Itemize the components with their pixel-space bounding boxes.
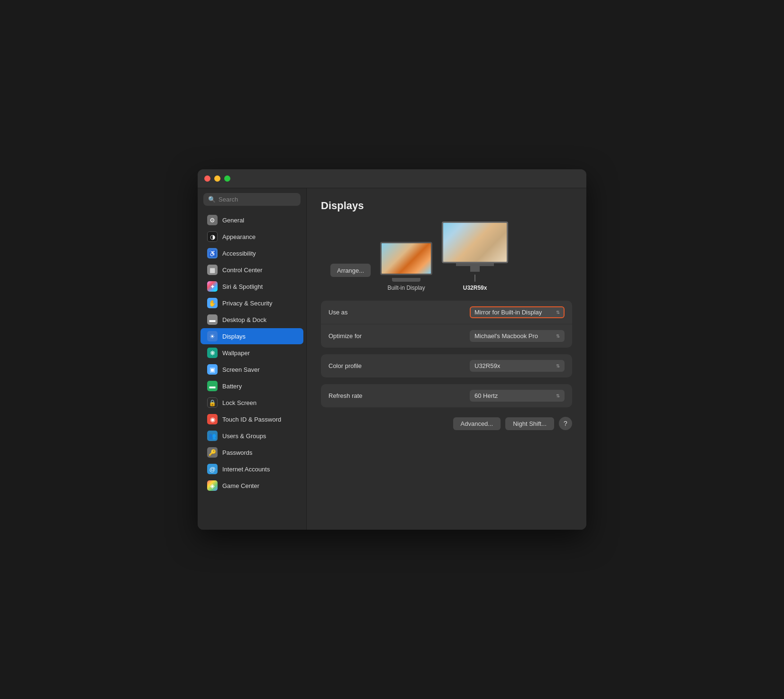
game-center-icon: ◈ [207, 480, 218, 491]
use-as-label: Use as [328, 309, 347, 316]
sidebar-item-label-touch-id: Touch ID & Password [222, 416, 281, 423]
color-profile-chevron: ⇅ [556, 363, 560, 368]
color-profile-control: U32R59x ⇅ [470, 360, 565, 372]
refresh-rate-value: 60 Hertz [474, 392, 498, 399]
use-as-control: Mirror for Built-in Display ⇅ [470, 306, 565, 318]
sidebar-item-label-passwords: Passwords [222, 449, 253, 456]
sidebar-item-displays[interactable]: ☀Displays [201, 328, 303, 344]
system-preferences-window: 🔍 ⚙General◑Appearance♿Accessibility▦Cont… [198, 169, 586, 530]
optimize-for-dropdown[interactable]: Michael's Macbook Pro ⇅ [470, 330, 565, 342]
sidebar-item-label-users-groups: Users & Groups [222, 432, 266, 440]
sidebar-item-label-displays: Displays [222, 333, 246, 340]
sidebar: 🔍 ⚙General◑Appearance♿Accessibility▦Cont… [198, 188, 307, 530]
sidebar-item-label-accessibility: Accessibility [222, 250, 256, 257]
close-button[interactable] [204, 175, 210, 182]
arrange-button[interactable]: Arrange... [330, 264, 371, 277]
sidebar-item-touch-id[interactable]: ◉Touch ID & Password [201, 411, 303, 427]
refresh-rate-chevron: ⇅ [556, 393, 560, 398]
sidebar-item-label-control-center: Control Center [222, 267, 263, 274]
use-as-dropdown[interactable]: Mirror for Built-in Display ⇅ [470, 306, 565, 318]
control-center-icon: ▦ [207, 265, 218, 275]
sidebar-item-label-general: General [222, 217, 244, 224]
touch-id-icon: ◉ [207, 414, 218, 424]
external-display-item: U32R59x [442, 221, 508, 291]
siri-spotlight-icon: ✦ [207, 281, 218, 292]
lock-screen-icon: 🔒 [207, 397, 218, 408]
sidebar-item-label-battery: Battery [222, 383, 242, 390]
refresh-rate-dropdown[interactable]: 60 Hertz ⇅ [470, 390, 565, 402]
privacy-security-icon: ✋ [207, 298, 218, 308]
sidebar-item-desktop-dock[interactable]: ▬Desktop & Dock [201, 312, 303, 328]
builtin-display-item: Built-in Display [380, 242, 432, 291]
optimize-for-chevron: ⇅ [556, 333, 560, 339]
appearance-icon: ◑ [207, 231, 218, 242]
color-profile-label: Color profile [328, 362, 362, 369]
color-profile-section: Color profile U32R59x ⇅ [321, 354, 572, 377]
general-icon: ⚙ [207, 215, 218, 225]
optimize-for-row: Optimize for Michael's Macbook Pro ⇅ [321, 324, 572, 348]
use-as-section: Use as Mirror for Built-in Display ⇅ Opt… [321, 301, 572, 348]
use-as-chevron: ⇅ [556, 310, 560, 315]
refresh-rate-section: Refresh rate 60 Hertz ⇅ [321, 384, 572, 407]
sidebar-item-passwords[interactable]: 🔑Passwords [201, 444, 303, 460]
sidebar-item-label-privacy-security: Privacy & Security [222, 300, 272, 307]
screen-saver-icon: ▣ [207, 364, 218, 375]
page-title: Displays [321, 200, 572, 212]
sidebar-item-label-screen-saver: Screen Saver [222, 366, 260, 373]
help-button[interactable]: ? [559, 417, 572, 430]
sidebar-list: ⚙General◑Appearance♿Accessibility▦Contro… [198, 212, 306, 494]
battery-icon: ▬ [207, 381, 218, 391]
sidebar-item-battery[interactable]: ▬Battery [201, 378, 303, 394]
bottom-buttons: Advanced... Night Shift... ? [321, 417, 572, 430]
search-bar[interactable]: 🔍 [203, 193, 301, 206]
sidebar-item-label-desktop-dock: Desktop & Dock [222, 316, 266, 323]
displays-icon: ☀ [207, 331, 218, 341]
use-as-value: Mirror for Built-in Display [474, 309, 542, 316]
users-groups-icon: 👥 [207, 431, 218, 441]
external-display-screen [442, 221, 508, 263]
search-icon: 🔍 [208, 196, 216, 203]
sidebar-item-label-game-center: Game Center [222, 482, 259, 489]
accessibility-icon: ♿ [207, 248, 218, 258]
external-display-stand [470, 266, 480, 272]
advanced-button[interactable]: Advanced... [453, 417, 501, 430]
optimize-for-label: Optimize for [328, 332, 362, 340]
sidebar-item-label-lock-screen: Lock Screen [222, 399, 256, 406]
builtin-display-screen [380, 242, 432, 275]
sidebar-item-label-appearance: Appearance [222, 233, 255, 240]
sidebar-item-internet-accounts[interactable]: @Internet Accounts [201, 461, 303, 477]
sidebar-item-screen-saver[interactable]: ▣Screen Saver [201, 361, 303, 377]
wallpaper-icon: ❋ [207, 348, 218, 358]
builtin-display-label: Built-in Display [387, 285, 425, 291]
refresh-rate-control: 60 Hertz ⇅ [470, 390, 565, 402]
sidebar-item-appearance[interactable]: ◑Appearance [201, 229, 303, 245]
sidebar-item-accessibility[interactable]: ♿Accessibility [201, 245, 303, 261]
sidebar-item-lock-screen[interactable]: 🔒Lock Screen [201, 395, 303, 411]
search-input[interactable] [219, 196, 296, 203]
refresh-rate-row: Refresh rate 60 Hertz ⇅ [321, 384, 572, 407]
main-content: Displays Arrange... Built-in Display [307, 188, 586, 530]
passwords-icon: 🔑 [207, 447, 218, 458]
minimize-button[interactable] [214, 175, 220, 182]
maximize-button[interactable] [224, 175, 230, 182]
displays-preview: Arrange... Built-in Display U32R59x [321, 221, 572, 291]
refresh-rate-label: Refresh rate [328, 392, 363, 399]
night-shift-button[interactable]: Night Shift... [505, 417, 554, 430]
external-display-preview [442, 221, 508, 272]
color-profile-dropdown[interactable]: U32R59x ⇅ [470, 360, 565, 372]
optimize-for-control: Michael's Macbook Pro ⇅ [470, 330, 565, 342]
sidebar-item-label-internet-accounts: Internet Accounts [222, 466, 270, 473]
sidebar-item-general[interactable]: ⚙General [201, 212, 303, 228]
sidebar-item-users-groups[interactable]: 👥Users & Groups [201, 428, 303, 444]
sidebar-item-control-center[interactable]: ▦Control Center [201, 262, 303, 278]
external-display-label: U32R59x [463, 285, 487, 291]
color-profile-row: Color profile U32R59x ⇅ [321, 354, 572, 377]
sidebar-item-siri-spotlight[interactable]: ✦Siri & Spotlight [201, 278, 303, 294]
sidebar-item-game-center[interactable]: ◈Game Center [201, 478, 303, 494]
sidebar-item-wallpaper[interactable]: ❋Wallpaper [201, 345, 303, 361]
sidebar-item-privacy-security[interactable]: ✋Privacy & Security [201, 295, 303, 311]
sidebar-item-label-siri-spotlight: Siri & Spotlight [222, 283, 263, 290]
builtin-display-base [392, 278, 420, 282]
titlebar [198, 169, 586, 188]
optimize-for-value: Michael's Macbook Pro [474, 332, 538, 340]
